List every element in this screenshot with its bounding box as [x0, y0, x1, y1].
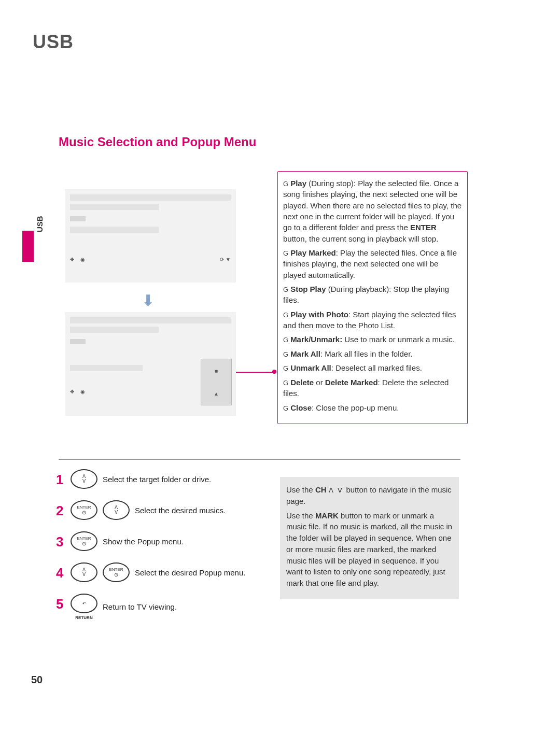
step-text: Select the desired Popup menu.: [135, 568, 245, 577]
step-text: Select the target folder or drive.: [103, 475, 211, 484]
desc-close: GClose: Close the pop-up menu.: [283, 402, 462, 413]
step-3: 3 ENTER Show the Popup menu.: [56, 531, 279, 551]
step-number: 1: [56, 472, 65, 488]
desc-stop-play: GStop Play (During playback): Stop the p…: [283, 284, 462, 306]
move-icon: ✥: [70, 257, 74, 262]
section-tab-label: USB: [35, 216, 44, 232]
page-indicator-icon: ⟳ ▼: [220, 257, 231, 262]
desc-unmark-all: GUnmark All: Deselect all marked files.: [283, 362, 462, 373]
callout-line: [236, 372, 275, 373]
return-button-icon: ↶: [71, 594, 97, 613]
step-4: 4 ENTER Select the desired Popup menu.: [56, 562, 279, 582]
enter-button-icon: ENTER: [71, 500, 97, 520]
chevron-up-icon: ᐱ: [329, 486, 338, 494]
record-icon: ◉: [80, 389, 85, 395]
desc-delete: GDelete or Delete Marked: Delete the sel…: [283, 377, 462, 399]
desc-play-marked: GPlay Marked: Play the selected files. O…: [283, 247, 462, 280]
step-number: 5: [56, 596, 65, 612]
desc-mark-unmark: GMark/Unmark: Use to mark or unmark a mu…: [283, 334, 462, 345]
usage-hint: Use the CH ᐱ ᐯ button to navigate in the…: [280, 477, 459, 599]
step-number: 3: [56, 534, 65, 550]
callout-dot: [272, 370, 276, 374]
music-list-screenshot-1: ✥ ◉ ⟳ ▼: [65, 189, 236, 283]
menu-description-panel: GPlay (During stop): Play the selected f…: [277, 171, 468, 424]
nav-button-icon: [103, 500, 130, 520]
divider: [59, 459, 460, 460]
down-arrow-icon: ⬇: [142, 291, 155, 309]
steps-list: 1 Select the target folder or drive. 2 E…: [56, 469, 279, 631]
step-text: Return to TV viewing.: [103, 602, 177, 611]
step-number: 4: [56, 565, 65, 581]
popup-up-icon: ▲: [214, 391, 219, 397]
chevron-down-icon: ᐯ: [338, 486, 346, 494]
step-text: Show the Popup menu.: [103, 537, 184, 546]
music-list-screenshot-2: ✥ ◉ ■ ▲: [65, 312, 236, 416]
section-heading: Music Selection and Popup Menu: [59, 135, 256, 149]
section-tab: [22, 231, 34, 262]
page-title: USB: [33, 31, 74, 53]
step-text: Select the desired musics.: [135, 506, 226, 515]
popup-menu-box[interactable]: ■ ▲: [201, 359, 232, 405]
return-label: RETURN: [75, 615, 92, 620]
nav-button-icon: [71, 562, 97, 582]
enter-button-icon: ENTER: [71, 531, 97, 551]
step-2: 2 ENTER Select the desired musics.: [56, 500, 279, 520]
nav-button-icon: [71, 469, 97, 489]
step-5: 5 ↶ RETURN Return to TV viewing.: [56, 594, 279, 620]
desc-play-with-photo: GPlay with Photo: Start playing the sele…: [283, 309, 462, 331]
move-icon: ✥: [70, 389, 74, 395]
manual-page: USB USB Music Selection and Popup Menu ✥…: [0, 0, 560, 746]
desc-play: GPlay (During stop): Play the selected f…: [283, 178, 462, 244]
desc-mark-all: GMark All: Mark all files in the folder.: [283, 348, 462, 359]
record-icon: ◉: [80, 257, 85, 262]
page-number: 50: [31, 674, 43, 686]
step-number: 2: [56, 503, 65, 519]
enter-button-icon: ENTER: [103, 562, 130, 582]
step-1: 1 Select the target folder or drive.: [56, 469, 279, 489]
popup-stop-icon: ■: [215, 368, 218, 374]
